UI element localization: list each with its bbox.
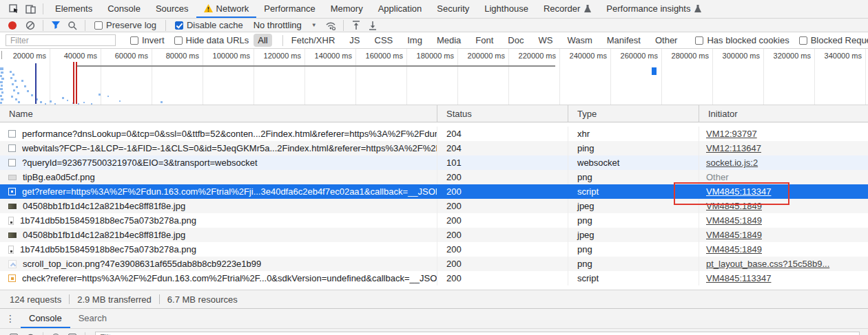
- column-header-type[interactable]: Type: [568, 105, 699, 122]
- thumb-dark-icon: [8, 204, 17, 209]
- export-har-icon[interactable]: [364, 17, 381, 34]
- initiator-link[interactable]: pt_layout_base.css?15c58b9...: [706, 259, 829, 269]
- table-row[interactable]: 1b741db5b15845918b8ec75a073b278a.png200p…: [0, 242, 868, 257]
- initiator-cell: VM4845:1849: [699, 242, 868, 257]
- drawer-tab-search[interactable]: Search: [70, 309, 115, 328]
- filter-input[interactable]: [6, 34, 116, 46]
- chip-font[interactable]: Font: [471, 34, 497, 47]
- type-cell: png: [568, 242, 699, 257]
- initiator-cell: VM12:113647: [699, 141, 868, 155]
- timeline-tick-label: 120000 ms: [253, 52, 301, 60]
- name-cell: webvitals?FCP=-1&LCP=-1&FID=-1&CLS=0&id=…: [0, 141, 437, 155]
- timeline-activity-mark: [12, 74, 14, 76]
- chip-fetch-xhr[interactable]: Fetch/XHR: [287, 34, 340, 47]
- throttling-select[interactable]: No throttling ▼: [254, 20, 317, 30]
- status-cell: 200: [437, 242, 568, 257]
- preserve-log-checkbox[interactable]: Preserve log: [94, 20, 156, 30]
- clear-icon[interactable]: [22, 17, 39, 34]
- initiator-link[interactable]: VM4845:113347: [706, 273, 771, 283]
- chip-other[interactable]: Other: [651, 34, 682, 47]
- column-header-name[interactable]: Name: [0, 105, 437, 122]
- preserve-log-label: Preserve log: [106, 20, 156, 30]
- chip-doc[interactable]: Doc: [504, 34, 528, 47]
- status-cell: 200: [437, 257, 568, 271]
- drawer-tab-console[interactable]: Console: [21, 309, 70, 328]
- timeline-tick-label: 300000 ms: [712, 52, 760, 60]
- overview-timeline[interactable]: 20000 ms40000 ms60000 ms80000 ms100000 m…: [0, 49, 868, 105]
- initiator-link[interactable]: VM4845:1849: [706, 230, 762, 240]
- checkbox-checked-icon: [175, 21, 183, 30]
- timeline-tick-label: 40000 ms: [49, 52, 97, 60]
- tab-security[interactable]: Security: [429, 0, 477, 18]
- timeline-activity-mark: [0, 81, 3, 83]
- initiator-link[interactable]: VM4845:1849: [706, 244, 762, 255]
- initiator-link[interactable]: VM4845:1849: [706, 215, 762, 226]
- tab-network[interactable]: Network: [196, 0, 257, 18]
- timeline-activity-mark: [31, 94, 33, 96]
- status-cell: 200: [437, 184, 568, 199]
- blocked-requests-checkbox[interactable]: Blocked Requests: [799, 35, 868, 45]
- chip-img[interactable]: Img: [403, 34, 426, 47]
- timeline-tick-label: 280000 ms: [661, 52, 709, 60]
- timeline-activity-mark: [1, 72, 3, 74]
- timeline-activity-mark: [40, 101, 42, 103]
- initiator-link[interactable]: VM12:113647: [706, 143, 761, 153]
- initiator-link[interactable]: VM12:93797: [706, 129, 757, 139]
- table-row[interactable]: ?queryId=923677500321970&EIO=3&transport…: [0, 155, 868, 170]
- timeline-activity-mark: [24, 85, 26, 87]
- invert-checkbox[interactable]: Invert: [130, 35, 165, 45]
- column-header-initiator[interactable]: Initiator: [699, 105, 868, 122]
- status-cell: 200: [437, 228, 568, 242]
- chip-ws[interactable]: WS: [534, 34, 557, 47]
- drawer-tabs: ConsoleSearch: [21, 309, 115, 328]
- timeline-activity-mark: [0, 102, 2, 104]
- name-cell: 04508bb1fb1d4c12a821b4ec8ff81f8e.jpg: [0, 199, 437, 213]
- table-row[interactable]: scroll_top_icon.png?47e3908631af655dab8b…: [0, 257, 868, 271]
- tab-memory[interactable]: Memory: [323, 0, 371, 18]
- search-icon[interactable]: [64, 17, 81, 34]
- timeline-activity-mark: [54, 103, 56, 105]
- tab-application[interactable]: Application: [371, 0, 430, 18]
- timeline-activity-mark: [10, 77, 12, 79]
- table-row[interactable]: 1b741db5b15845918b8ec75a073b278a.png200p…: [0, 213, 868, 228]
- console-filter-input[interactable]: [95, 332, 860, 335]
- tab-elements[interactable]: Elements: [48, 0, 100, 18]
- import-har-icon[interactable]: [348, 17, 364, 34]
- filter-right-checkboxes: Has blocked cookiesBlocked Requests3rd-p…: [690, 35, 868, 45]
- chip-all[interactable]: All: [254, 34, 271, 47]
- timeline-activity-mark: [18, 101, 20, 103]
- filter-funnel-icon[interactable]: [48, 17, 64, 34]
- divider: [282, 35, 283, 46]
- disable-cache-checkbox[interactable]: Disable cache: [175, 20, 243, 30]
- hide-data-urls-label: Hide data URLs: [186, 35, 249, 45]
- console-clear-icon[interactable]: [22, 329, 39, 335]
- device-toolbar-icon[interactable]: [22, 1, 39, 17]
- tab-sources[interactable]: Sources: [148, 0, 196, 18]
- chip-css[interactable]: CSS: [371, 34, 397, 47]
- chip-js[interactable]: JS: [345, 34, 364, 47]
- inspect-cursor-icon[interactable]: [6, 1, 22, 17]
- chevron-down-icon: ▼: [311, 22, 317, 28]
- tab-recorder[interactable]: Recorder: [536, 0, 599, 18]
- disable-cache-label: Disable cache: [187, 20, 243, 30]
- has-blocked-cookies-checkbox[interactable]: Has blocked cookies: [695, 35, 789, 45]
- tab-console[interactable]: Console: [100, 0, 148, 18]
- kebab-menu-icon[interactable]: ⋮: [0, 309, 21, 328]
- initiator-link[interactable]: socket.io.js:2: [706, 158, 758, 168]
- record-icon[interactable]: [8, 21, 17, 30]
- table-row[interactable]: webvitals?FCP=-1&LCP=-1&FID=-1&CLS=0&id=…: [0, 141, 868, 155]
- chip-media[interactable]: Media: [433, 34, 465, 47]
- network-conditions-icon[interactable]: [322, 17, 339, 34]
- table-row[interactable]: check?referer=https%3A%2F%2Fdun.163.com%…: [0, 271, 868, 285]
- column-header-status[interactable]: Status: [437, 105, 568, 122]
- tab-lighthouse[interactable]: Lighthouse: [477, 0, 536, 18]
- tab-performance[interactable]: Performance: [256, 0, 322, 18]
- table-row[interactable]: 04508bb1fb1d4c12a821b4ec8ff81f8e.jpg200j…: [0, 228, 868, 242]
- panel-tabs: ElementsConsoleSourcesNetworkPerformance…: [48, 0, 709, 18]
- chip-manifest[interactable]: Manifest: [603, 34, 645, 47]
- request-name: 04508bb1fb1d4c12a821b4ec8ff81f8e.jpg: [23, 199, 185, 213]
- tab-performance-insights[interactable]: Performance insights: [599, 0, 709, 18]
- chip-wasm[interactable]: Wasm: [563, 34, 596, 47]
- hide-data-urls-checkbox[interactable]: Hide data URLs: [174, 35, 249, 45]
- table-row[interactable]: performance?dnsLookup=0&tcp=0&ssl=0&ttfb…: [0, 127, 868, 141]
